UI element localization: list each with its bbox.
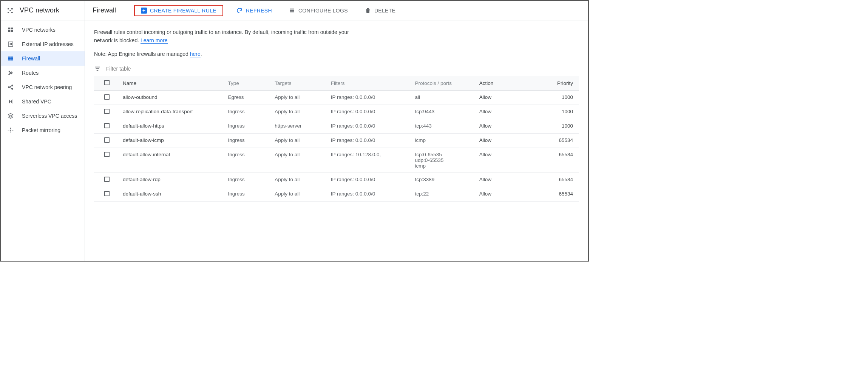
row-checkbox[interactable] <box>104 137 110 143</box>
col-header-priority[interactable]: Priority <box>541 76 579 90</box>
svg-point-22 <box>10 128 11 129</box>
row-checkbox[interactable] <box>104 152 110 157</box>
cell-type: Ingress <box>225 172 272 187</box>
svg-rect-2 <box>8 12 9 13</box>
cell-type: Ingress <box>225 119 272 133</box>
sidebar-item-packet-mirroring[interactable]: Packet mirroring <box>1 123 85 137</box>
svg-rect-0 <box>8 8 9 9</box>
svg-point-23 <box>10 132 11 132</box>
svg-point-27 <box>10 132 11 133</box>
main-panel: Firewall + CREATE FIREWALL RULE REFRESH … <box>85 1 588 261</box>
trash-icon <box>364 7 371 14</box>
sidebar-item-external-ip[interactable]: External IP addresses <box>1 37 85 51</box>
table-row[interactable]: default-allow-rdpIngressApply to allIP r… <box>94 172 579 187</box>
svg-rect-13 <box>11 58 13 59</box>
cell-type: Ingress <box>225 105 272 119</box>
svg-rect-4 <box>10 10 11 11</box>
toolbar: Firewall + CREATE FIREWALL RULE REFRESH … <box>85 1 588 20</box>
cell-filters: IP ranges: 10.128.0.0, <box>328 148 412 172</box>
sidebar: VPC network VPC networks External IP add… <box>1 1 85 261</box>
refresh-label: REFRESH <box>246 8 272 14</box>
cell-name: default-allow-rdp <box>120 172 225 187</box>
svg-point-20 <box>9 130 9 131</box>
grid-icon <box>7 26 14 33</box>
table-row[interactable]: allow-replication-data-transportIngressA… <box>94 105 579 119</box>
note-prefix: Note: App Engine firewalls are managed <box>94 51 190 57</box>
sidebar-item-vpc-networks[interactable]: VPC networks <box>1 23 85 37</box>
routes-icon <box>7 69 14 76</box>
refresh-button[interactable]: REFRESH <box>232 5 276 16</box>
content-area: Firewall rules control incoming or outgo… <box>85 20 588 209</box>
cell-priority: 1000 <box>541 90 579 105</box>
table-row[interactable]: allow-outboundEgressApply to allIP range… <box>94 90 579 105</box>
configure-logs-label: CONFIGURE LOGS <box>298 8 348 14</box>
row-checkbox[interactable] <box>104 94 110 100</box>
cell-protocols: tcp:3389 <box>412 172 476 187</box>
page-title: Firewall <box>93 6 116 14</box>
svg-point-24 <box>8 130 8 130</box>
svg-rect-14 <box>8 59 10 60</box>
sidebar-item-serverless-vpc[interactable]: Serverless VPC access <box>1 109 85 123</box>
cell-targets: https-server <box>272 119 328 133</box>
cell-action: Allow <box>476 172 541 187</box>
delete-button[interactable]: DELETE <box>361 5 399 16</box>
sidebar-item-peering[interactable]: VPC network peering <box>1 80 85 94</box>
sidebar-item-label: Shared VPC <box>22 99 51 105</box>
sidebar-item-firewall[interactable]: Firewall <box>1 51 85 66</box>
table-row[interactable]: default-allow-internalIngressApply to al… <box>94 148 579 172</box>
cell-protocols: tcp:443 <box>412 119 476 133</box>
select-all-checkbox[interactable] <box>104 80 110 85</box>
svg-rect-15 <box>10 59 13 60</box>
cell-filters: IP ranges: 0.0.0.0/0 <box>328 133 412 148</box>
create-firewall-rule-button[interactable]: + CREATE FIREWALL RULE <box>134 5 223 16</box>
cell-filters: IP ranges: 0.0.0.0/0 <box>328 119 412 133</box>
sidebar-nav: VPC networks External IP addresses Firew… <box>1 20 85 137</box>
filter-icon[interactable] <box>94 65 101 72</box>
cell-priority: 65534 <box>541 187 579 201</box>
note-suffix: . <box>201 51 202 57</box>
delete-label: DELETE <box>374 8 395 14</box>
cell-type: Egress <box>225 90 272 105</box>
col-header-action[interactable]: Action <box>476 76 541 90</box>
table-row[interactable]: default-allow-sshIngressApply to allIP r… <box>94 187 579 201</box>
svg-point-19 <box>10 130 11 131</box>
cell-type: Ingress <box>225 148 272 172</box>
serverless-icon <box>7 112 14 119</box>
row-checkbox[interactable] <box>104 177 110 182</box>
col-header-targets[interactable]: Targets <box>272 76 328 90</box>
svg-rect-7 <box>8 30 10 32</box>
row-checkbox[interactable] <box>104 109 110 114</box>
cell-protocols: all <box>412 90 476 105</box>
vpc-product-icon <box>7 7 14 14</box>
learn-more-link[interactable]: Learn more <box>141 37 168 44</box>
sidebar-item-routes[interactable]: Routes <box>1 66 85 80</box>
cell-type: Ingress <box>225 133 272 148</box>
product-header: VPC network <box>1 1 85 20</box>
svg-rect-8 <box>11 30 13 32</box>
col-header-type[interactable]: Type <box>225 76 272 90</box>
svg-rect-28 <box>290 8 294 9</box>
configure-logs-button[interactable]: CONFIGURE LOGS <box>285 5 352 16</box>
filter-input[interactable] <box>106 66 182 72</box>
cell-targets: Apply to all <box>272 172 328 187</box>
table-row[interactable]: default-allow-icmpIngressApply to allIP … <box>94 133 579 148</box>
col-header-filters[interactable]: Filters <box>328 76 412 90</box>
cell-priority: 1000 <box>541 105 579 119</box>
svg-rect-3 <box>11 12 13 13</box>
svg-rect-30 <box>290 11 294 12</box>
description-text: Firewall rules control incoming or outgo… <box>94 28 358 45</box>
table-row[interactable]: default-allow-httpsIngresshttps-serverIP… <box>94 119 579 133</box>
logs-icon <box>289 7 295 14</box>
col-header-protocols[interactable]: Protocols / ports <box>412 76 476 90</box>
firewall-rules-table: Name Type Targets Filters Protocols / po… <box>94 76 579 202</box>
sidebar-item-shared-vpc[interactable]: Shared VPC <box>1 94 85 109</box>
appengine-here-link[interactable]: here <box>190 51 201 57</box>
row-checkbox[interactable] <box>104 123 110 128</box>
row-checkbox[interactable] <box>104 191 110 196</box>
cell-action: Allow <box>476 187 541 201</box>
packet-mirroring-icon <box>7 127 14 134</box>
svg-rect-5 <box>8 28 10 29</box>
svg-rect-12 <box>8 58 11 59</box>
col-header-name[interactable]: Name <box>120 76 225 90</box>
plus-icon: + <box>141 8 147 14</box>
